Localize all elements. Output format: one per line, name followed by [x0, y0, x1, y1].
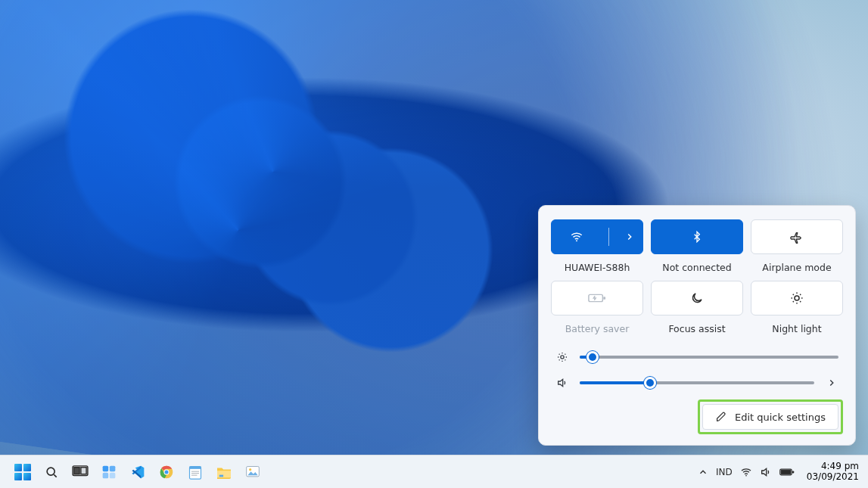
task-view-icon	[72, 465, 89, 479]
tray-status-icons[interactable]	[740, 466, 795, 478]
bluetooth-toggle[interactable]	[651, 219, 743, 254]
clock-date: 03/09/2021	[807, 472, 859, 482]
tray-battery-icon	[779, 468, 795, 477]
tile-bluetooth: Not connected	[651, 219, 743, 273]
taskbar-pinned	[6, 462, 263, 483]
system-tray: IND 4:49 pm 03/09/2021	[698, 462, 862, 481]
moon-icon	[690, 291, 704, 305]
volume-icon	[555, 377, 569, 389]
airplane-toggle[interactable]	[751, 219, 843, 254]
svg-rect-2	[603, 297, 605, 300]
chevron-up-icon	[698, 467, 708, 477]
tile-wifi: HUAWEI-S88h	[551, 219, 643, 273]
volume-row	[551, 377, 843, 389]
wifi-label: HUAWEI-S88h	[565, 262, 630, 273]
search-button[interactable]	[41, 462, 62, 483]
night-light-label: Night light	[772, 323, 821, 334]
svg-rect-12	[110, 472, 116, 478]
quick-settings-flyout: HUAWEI-S88h Not connected	[538, 205, 856, 446]
slider-thumb[interactable]	[586, 351, 599, 363]
ime-indicator[interactable]: IND	[716, 467, 733, 477]
svg-point-22	[745, 474, 747, 476]
svg-rect-8	[81, 467, 86, 474]
notepad-button[interactable]	[185, 462, 206, 483]
windows-logo-icon	[14, 464, 31, 480]
tile-focus-assist: Focus assist	[651, 281, 743, 334]
svg-rect-9	[103, 465, 109, 471]
wifi-toggle[interactable]	[551, 219, 643, 254]
brightness-row	[551, 351, 843, 363]
battery-saver-icon	[588, 293, 606, 303]
vscode-icon	[130, 465, 145, 480]
paint-icon	[245, 465, 260, 480]
divider	[608, 228, 609, 246]
volume-slider[interactable]	[580, 377, 814, 389]
edit-wrap: Edit quick settings	[551, 399, 843, 434]
slider-thumb[interactable]	[644, 377, 656, 389]
tray-wifi-icon	[740, 466, 752, 478]
notepad-icon	[188, 465, 202, 480]
svg-point-4	[561, 356, 564, 359]
svg-rect-25	[781, 470, 790, 474]
edit-label: Edit quick settings	[735, 412, 826, 423]
pencil-icon	[715, 411, 727, 423]
file-explorer-button[interactable]	[213, 462, 235, 483]
svg-point-3	[795, 296, 799, 300]
widgets-button[interactable]	[98, 462, 120, 483]
battery-saver-toggle	[551, 281, 643, 315]
widgets-icon	[101, 465, 117, 480]
svg-rect-17	[190, 466, 201, 468]
bluetooth-icon	[691, 231, 703, 243]
tray-overflow-button[interactable]	[698, 467, 708, 477]
quick-settings-grid: HUAWEI-S88h Not connected	[551, 219, 843, 334]
svg-point-0	[576, 240, 577, 241]
airplane-label: Airplane mode	[762, 262, 831, 273]
chrome-icon	[159, 465, 174, 480]
svg-rect-11	[103, 472, 109, 478]
svg-point-5	[47, 468, 54, 475]
slider-fill	[580, 381, 650, 384]
svg-rect-7	[74, 467, 79, 474]
focus-assist-toggle[interactable]	[651, 281, 743, 315]
start-button[interactable]	[12, 462, 33, 483]
tutorial-highlight: Edit quick settings	[698, 399, 843, 434]
chevron-right-icon[interactable]	[617, 232, 642, 242]
svg-point-15	[165, 470, 169, 474]
edit-quick-settings-button[interactable]: Edit quick settings	[702, 404, 838, 430]
tile-night-light: Night light	[751, 281, 843, 334]
brightness-slider[interactable]	[580, 351, 838, 363]
search-icon	[44, 465, 59, 480]
tile-battery-saver: Battery saver	[551, 281, 643, 334]
svg-rect-19	[219, 474, 223, 477]
svg-point-21	[249, 468, 251, 471]
tray-volume-icon	[760, 466, 772, 478]
volume-output-chevron[interactable]	[825, 378, 838, 388]
file-explorer-icon	[216, 465, 232, 479]
svg-rect-24	[792, 471, 794, 473]
night-light-toggle[interactable]	[751, 281, 843, 315]
battery-saver-label: Battery saver	[565, 323, 630, 334]
bluetooth-label: Not connected	[662, 262, 731, 273]
sun-icon	[790, 291, 804, 305]
paint-button[interactable]	[242, 462, 263, 483]
tile-airplane: Airplane mode	[751, 219, 843, 273]
focus-assist-label: Focus assist	[668, 323, 725, 334]
chrome-button[interactable]	[156, 462, 177, 483]
taskbar: IND 4:49 pm 03/09/2021	[0, 455, 868, 488]
taskbar-clock[interactable]: 4:49 pm 03/09/2021	[802, 462, 859, 481]
airplane-icon	[790, 230, 804, 244]
brightness-icon	[555, 351, 569, 363]
slider-track	[580, 356, 838, 359]
clock-time: 4:49 pm	[807, 462, 859, 471]
vscode-button[interactable]	[127, 462, 148, 483]
svg-rect-10	[110, 465, 116, 471]
wifi-icon	[552, 230, 601, 244]
task-view-button[interactable]	[70, 462, 91, 483]
